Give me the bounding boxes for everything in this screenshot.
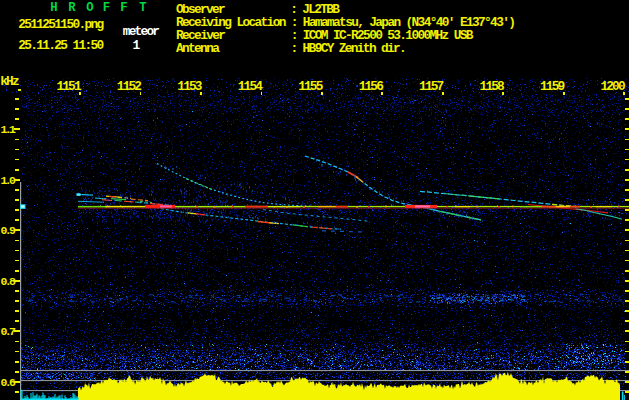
svg-text:0.7: 0.7 <box>0 325 16 338</box>
svg-text:T: T <box>139 1 146 15</box>
svg-text:1153: 1153 <box>177 79 203 94</box>
svg-text:1154: 1154 <box>238 79 264 94</box>
svg-text:0.9: 0.9 <box>0 224 16 237</box>
svg-text:1200: 1200 <box>600 79 625 94</box>
svg-text:meteor: meteor <box>123 24 160 39</box>
svg-text:1159: 1159 <box>540 79 565 94</box>
svg-text:1158: 1158 <box>480 79 505 94</box>
svg-text:F: F <box>103 1 110 15</box>
svg-text:R: R <box>68 1 76 15</box>
svg-text:1151: 1151 <box>56 79 82 94</box>
svg-text:25.11.25 11:50: 25.11.25 11:50 <box>18 38 104 53</box>
svg-text:1: 1 <box>133 38 141 53</box>
svg-text:H: H <box>50 1 57 15</box>
svg-text:O: O <box>86 1 93 15</box>
svg-text:1157: 1157 <box>419 79 444 94</box>
svg-text:1.0: 1.0 <box>0 174 16 187</box>
svg-text:2511251150.png: 2511251150.png <box>18 17 104 32</box>
svg-text:F: F <box>120 1 127 15</box>
svg-text:1156: 1156 <box>359 79 384 94</box>
svg-text:0.6: 0.6 <box>0 376 16 389</box>
svg-text:0.8: 0.8 <box>0 275 16 288</box>
svg-text:1.1: 1.1 <box>0 123 16 136</box>
svg-text:kHz: kHz <box>0 74 20 89</box>
svg-text:1155: 1155 <box>298 79 324 94</box>
svg-text:1152: 1152 <box>117 79 142 94</box>
svg-text:Antenna : HB9CY Zen: Antenna : HB9CY Zenith dir. <box>176 41 407 56</box>
